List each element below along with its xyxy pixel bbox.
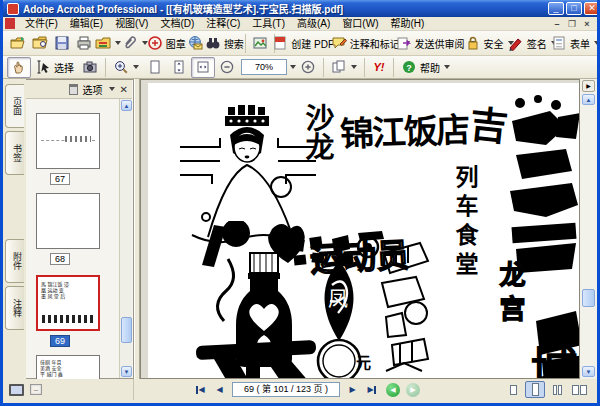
- document-scrollbar[interactable]: ▶ ▲ ▼: [580, 79, 597, 379]
- scroll-down-icon[interactable]: ▼: [582, 366, 595, 377]
- delete-page-icon[interactable]: [69, 84, 78, 95]
- fit-page-icon: [171, 59, 187, 75]
- print-button[interactable]: [73, 33, 95, 54]
- page-display-icon: [331, 59, 347, 75]
- thumbnail-label-68[interactable]: 68: [50, 253, 70, 265]
- send-for-review-button[interactable]: 发送供审阅: [403, 33, 468, 54]
- close-button[interactable]: ✕: [584, 2, 600, 15]
- select-tool-button[interactable]: 选择: [31, 57, 78, 78]
- first-page-button[interactable]: ◀: [192, 382, 209, 398]
- menu-window[interactable]: 窗口(W): [336, 17, 384, 30]
- zoom-level-input[interactable]: [241, 59, 287, 75]
- menu-tools[interactable]: 工具(T): [246, 17, 291, 30]
- menu-advanced[interactable]: 高级(A): [291, 17, 336, 30]
- scroll-up-icon[interactable]: ▲: [582, 94, 595, 105]
- doc-restore-button[interactable]: ❐: [566, 19, 578, 29]
- tab-pages[interactable]: 页面: [5, 84, 24, 128]
- status-bar: – ◀ ◀ 69 ( 第 101 / 123 页 ) ▶ ▶ ◀ ▶: [3, 379, 597, 400]
- next-view-button[interactable]: ▶: [406, 383, 420, 397]
- continuous-button[interactable]: [525, 381, 545, 398]
- menu-help[interactable]: 帮助(H): [384, 17, 430, 30]
- comment-markup-button[interactable]: 注释和标记: [338, 33, 403, 54]
- previous-page-button[interactable]: ◀: [211, 382, 228, 398]
- stamp-tool-button[interactable]: 图章: [148, 33, 184, 54]
- hand-tool-button[interactable]: [7, 57, 31, 78]
- page-display-button[interactable]: [327, 57, 361, 78]
- yahoo-toolbar-button[interactable]: Y!: [368, 57, 390, 78]
- status-left-cell: –: [3, 379, 134, 400]
- fit-width-button[interactable]: [191, 57, 215, 78]
- search-label: 搜索: [224, 36, 244, 51]
- last-page-button[interactable]: ▶: [363, 382, 380, 398]
- menu-file[interactable]: 文件(F): [19, 17, 64, 30]
- full-screen-icon[interactable]: [9, 384, 24, 396]
- create-pdf-button[interactable]: 创建 PDF: [278, 33, 338, 54]
- scroll-up-icon[interactable]: ▲: [121, 100, 132, 111]
- stamp-icon: [147, 35, 163, 51]
- thumbnail-label-67[interactable]: 67: [50, 173, 70, 185]
- fit-page-button[interactable]: [167, 57, 191, 78]
- maximize-button[interactable]: □: [566, 2, 582, 15]
- email-globe-icon: [187, 35, 203, 51]
- hand-icon: [11, 59, 27, 75]
- navigation-rail: 页面 书签 附件 注释: [3, 79, 26, 379]
- search-button[interactable]: 搜索: [206, 33, 242, 54]
- minimize-button[interactable]: _: [548, 2, 564, 15]
- logotype-longgong: 龙宫: [492, 261, 529, 329]
- toolbar-separator: [105, 58, 106, 77]
- facing-button[interactable]: [569, 381, 589, 398]
- dropdown-caret-icon: [444, 65, 450, 69]
- magnifier-plus-icon: [113, 59, 129, 75]
- attach-file-button[interactable]: [122, 33, 149, 54]
- pane-expand-icon[interactable]: ▶: [582, 80, 595, 92]
- menu-document[interactable]: 文档(D): [154, 17, 200, 30]
- tab-comments[interactable]: 注释: [5, 286, 24, 330]
- scroll-thumb[interactable]: [121, 317, 132, 343]
- zoom-tool-button[interactable]: [109, 57, 143, 78]
- email-button[interactable]: [184, 33, 206, 54]
- zoom-in-button[interactable]: [296, 57, 320, 78]
- tab-attachments[interactable]: 附件: [5, 239, 24, 283]
- snapshot-tool-button[interactable]: [78, 57, 102, 78]
- secure-button[interactable]: 安全: [467, 33, 510, 54]
- document-pane[interactable]: 沙龙 锦江饭店 吉 列车食堂: [140, 79, 580, 379]
- sign-button[interactable]: 签名: [511, 33, 554, 54]
- view-toolbar: 选择 Y!: [3, 56, 597, 79]
- forms-button[interactable]: 表单: [554, 33, 597, 54]
- actual-size-button[interactable]: [143, 57, 167, 78]
- organizer-dropdown-button[interactable]: [95, 33, 122, 54]
- menu-edit[interactable]: 编辑(E): [64, 17, 109, 30]
- scroll-thumb[interactable]: [582, 289, 595, 307]
- pages-panel: 选项 ✕ 67 68 馬 锦江饭 浸凰 运动 变墨 凤 堂 后: [26, 79, 134, 379]
- organizer-button[interactable]: [29, 33, 51, 54]
- thumbnail-page-69[interactable]: 馬 锦江饭 浸凰 运动 变墨 凤 堂 后: [36, 275, 100, 331]
- page-number-field[interactable]: 69 ( 第 101 / 123 页 ): [232, 382, 340, 397]
- menu-comments[interactable]: 注释(C): [200, 17, 246, 30]
- page-navigation: ◀ ◀ 69 ( 第 101 / 123 页 ) ▶ ▶ ◀ ▶: [192, 382, 420, 398]
- doc-close-button[interactable]: ×: [581, 19, 593, 29]
- previous-view-button[interactable]: ◀: [386, 383, 400, 397]
- continuous-facing-button[interactable]: [547, 381, 567, 398]
- open-button[interactable]: [7, 33, 29, 54]
- thumbnail-scrollbar[interactable]: ▲ ▼: [119, 99, 132, 378]
- thumbnail-page-68[interactable]: [36, 193, 100, 249]
- panel-close-icon[interactable]: ✕: [120, 84, 128, 95]
- menu-view[interactable]: 视图(V): [109, 17, 154, 30]
- save-floppy-icon: [54, 35, 70, 51]
- single-page-button[interactable]: [503, 381, 523, 398]
- help-button[interactable]: ? 帮助: [397, 57, 454, 78]
- next-page-button[interactable]: ▶: [344, 382, 361, 398]
- save-button[interactable]: [51, 33, 73, 54]
- picture-tasks-button[interactable]: [249, 33, 271, 54]
- scroll-down-icon[interactable]: ▼: [121, 366, 132, 377]
- title-bar[interactable]: Adobe Acrobat Professional - [[有机玻璃造型艺术]…: [0, 0, 600, 17]
- thumbnail-page-70[interactable]: 佳剧 年且美酒 安全平 城门 鑫: [36, 355, 100, 379]
- options-menu-button[interactable]: 选项: [83, 82, 103, 97]
- doc-minimize-button[interactable]: –: [551, 19, 563, 29]
- tab-bookmarks[interactable]: 书签: [5, 131, 24, 175]
- thumbnail-page-67[interactable]: [36, 113, 100, 169]
- panel-grip-icon[interactable]: –: [30, 384, 42, 395]
- zoom-out-button[interactable]: [215, 57, 239, 78]
- thumbnail-label-69[interactable]: 69: [50, 335, 70, 347]
- acrobat-window: Adobe Acrobat Professional - [[有机玻璃造型艺术]…: [0, 0, 600, 406]
